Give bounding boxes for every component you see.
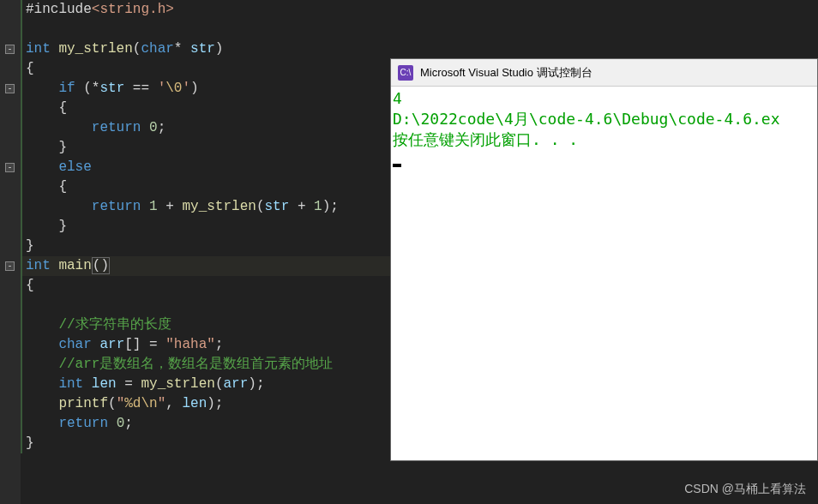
code-token: '	[158, 81, 166, 96]
fold-toggle-icon[interactable]: -	[5, 84, 15, 93]
code-token: );	[322, 199, 339, 214]
code-token	[26, 81, 58, 96]
code-token: }	[26, 219, 67, 234]
code-token	[26, 199, 92, 214]
console-output-line: D:\2022code\4月\code-4.6\Debug\code-4.6.e…	[393, 109, 817, 129]
code-token: ;	[158, 120, 166, 135]
code-token	[26, 376, 58, 392]
code-token: int	[26, 258, 58, 273]
code-token: (*	[75, 81, 100, 96]
code-token: return	[92, 199, 141, 214]
code-token: "	[117, 396, 125, 411]
code-token	[26, 416, 58, 431]
code-token: return	[92, 120, 141, 135]
code-token: len	[92, 376, 117, 392]
fold-toggle-icon[interactable]: -	[5, 45, 15, 54]
console-body[interactable]: 4D:\2022code\4月\code-4.6\Debug\code-4.6.…	[391, 87, 817, 460]
code-token: return	[58, 416, 108, 431]
code-token: {	[26, 61, 34, 76]
code-token	[26, 317, 58, 333]
code-token: 1	[314, 199, 322, 214]
code-token: main	[58, 258, 91, 273]
code-token	[26, 396, 58, 411]
code-token: }	[26, 435, 34, 451]
code-token: "	[158, 396, 166, 411]
code-token	[26, 357, 58, 372]
code-token: +	[289, 199, 314, 214]
console-title-text: Microsoft Visual Studio 调试控制台	[420, 65, 592, 81]
code-token: "haha"	[165, 337, 215, 352]
console-output-line: 4	[393, 88, 817, 109]
console-output-line: 按任意键关闭此窗口. . .	[393, 129, 817, 150]
code-token: <string.h>	[92, 2, 174, 17]
code-token: {	[26, 278, 34, 293]
code-token: str	[264, 199, 289, 214]
code-token	[26, 120, 92, 135]
code-line[interactable]: int my_strlen(char* str)	[21, 39, 818, 59]
code-token: \0	[165, 81, 182, 96]
code-token	[26, 337, 58, 352]
code-token	[108, 416, 117, 431]
console-app-icon: C:\	[398, 65, 413, 81]
code-token: int	[26, 41, 58, 57]
code-token: [] =	[124, 337, 165, 352]
code-token: arr	[223, 376, 248, 392]
code-token: 1	[149, 199, 158, 214]
code-token: my_strlen	[182, 199, 256, 214]
code-token	[141, 120, 149, 135]
code-token: char	[141, 41, 173, 57]
code-token: 0	[149, 120, 158, 135]
code-token: ;	[124, 416, 133, 431]
code-token: arr	[99, 337, 124, 352]
code-token	[141, 199, 149, 214]
code-token	[92, 337, 100, 352]
code-token: +	[158, 199, 183, 214]
console-titlebar[interactable]: C:\ Microsoft Visual Studio 调试控制台	[391, 59, 817, 87]
code-token: )	[215, 41, 224, 57]
code-token: (	[133, 41, 141, 57]
code-token: str	[190, 41, 215, 57]
code-token: );	[207, 396, 223, 411]
code-token: if	[58, 81, 75, 96]
code-token: str	[99, 81, 124, 96]
code-token: len	[182, 396, 207, 411]
editor-gutter	[0, 0, 21, 504]
code-token: ;	[215, 337, 224, 352]
code-line[interactable]	[21, 20, 818, 39]
code-token: my_strlen	[141, 376, 214, 392]
code-token: #include	[26, 2, 92, 17]
watermark-text: CSDN @马桶上看算法	[684, 482, 806, 497]
console-cursor	[393, 150, 817, 172]
debug-console-window[interactable]: C:\ Microsoft Visual Studio 调试控制台 4D:\20…	[390, 58, 818, 461]
code-token: //arr是数组名，数组名是数组首元素的地址	[58, 357, 333, 372]
code-token: }	[26, 140, 67, 155]
code-token: ==	[124, 81, 157, 96]
code-token	[83, 376, 92, 392]
code-token: ,	[165, 396, 182, 411]
fold-toggle-icon[interactable]: -	[5, 163, 15, 172]
code-token: ()	[92, 257, 110, 274]
code-token: 0	[117, 416, 125, 431]
code-token	[26, 159, 58, 175]
code-token: char	[58, 337, 91, 352]
code-token: *	[174, 41, 190, 57]
code-token: }	[26, 238, 34, 254]
code-token: {	[26, 100, 67, 116]
code-token: printf	[58, 396, 108, 411]
code-token: (	[108, 396, 117, 411]
code-token: );	[248, 376, 264, 392]
code-token: int	[58, 376, 83, 392]
code-token: %d\n	[124, 396, 157, 411]
code-token: else	[58, 159, 91, 175]
code-token: {	[26, 179, 67, 195]
code-token: )	[190, 81, 199, 96]
code-token: '	[182, 81, 190, 96]
code-token: my_strlen	[58, 41, 132, 57]
code-token: //求字符串的长度	[58, 317, 171, 333]
code-line[interactable]: #include<string.h>	[21, 0, 818, 20]
fold-toggle-icon[interactable]: -	[5, 261, 15, 271]
code-token: =	[117, 376, 141, 392]
